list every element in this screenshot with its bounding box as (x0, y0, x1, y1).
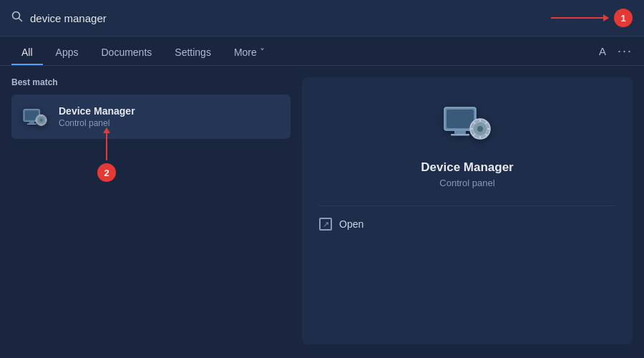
tab-letter-a[interactable]: A (599, 45, 606, 57)
left-panel: Best match Device (11, 77, 291, 344)
right-panel-title: Device Manager (421, 160, 513, 175)
tab-all[interactable]: All (11, 41, 43, 65)
svg-rect-16 (451, 134, 469, 136)
search-input[interactable]: device manager (30, 12, 542, 24)
svg-rect-5 (27, 123, 36, 124)
svg-rect-14 (447, 110, 474, 128)
tab-more-options[interactable]: ··· (618, 44, 633, 59)
annotation-1: 1 (551, 9, 633, 27)
arrow-line-2 (106, 128, 107, 160)
search-bar: device manager 1 (0, 0, 644, 37)
tab-settings[interactable]: Settings (165, 41, 221, 65)
tabs-right: A ··· (599, 44, 633, 63)
result-title: Device Manager (59, 105, 135, 117)
annotation-2-container: 2 (97, 128, 116, 182)
badge-1: 1 (614, 9, 633, 27)
tab-more[interactable]: More ˅ (224, 41, 275, 65)
svg-line-1 (19, 19, 22, 21)
tabs-row: All Apps Documents Settings More ˅ A ··· (0, 37, 644, 66)
result-subtitle: Control panel (59, 118, 135, 128)
result-item-device-manager[interactable]: Device Manager Control panel 2 (11, 95, 291, 139)
tab-documents[interactable]: Documents (91, 41, 162, 65)
svg-point-8 (40, 119, 43, 122)
best-match-label: Best match (11, 77, 291, 87)
open-button[interactable]: Open (319, 218, 364, 231)
result-text: Device Manager Control panel (59, 105, 135, 128)
divider (319, 205, 615, 206)
open-label: Open (339, 218, 364, 230)
main-content: Best match Device (0, 66, 644, 356)
open-external-icon (319, 218, 332, 231)
svg-rect-15 (454, 130, 466, 134)
search-icon (11, 11, 23, 25)
right-panel-subtitle: Control panel (439, 178, 494, 188)
svg-rect-4 (29, 122, 34, 124)
badge-2: 2 (97, 163, 116, 182)
tab-apps[interactable]: Apps (46, 41, 89, 65)
arrow-line-1 (551, 17, 608, 19)
svg-point-19 (477, 126, 483, 132)
right-panel: Device Manager Control panel Open (302, 77, 633, 344)
result-item-icon (21, 103, 49, 130)
